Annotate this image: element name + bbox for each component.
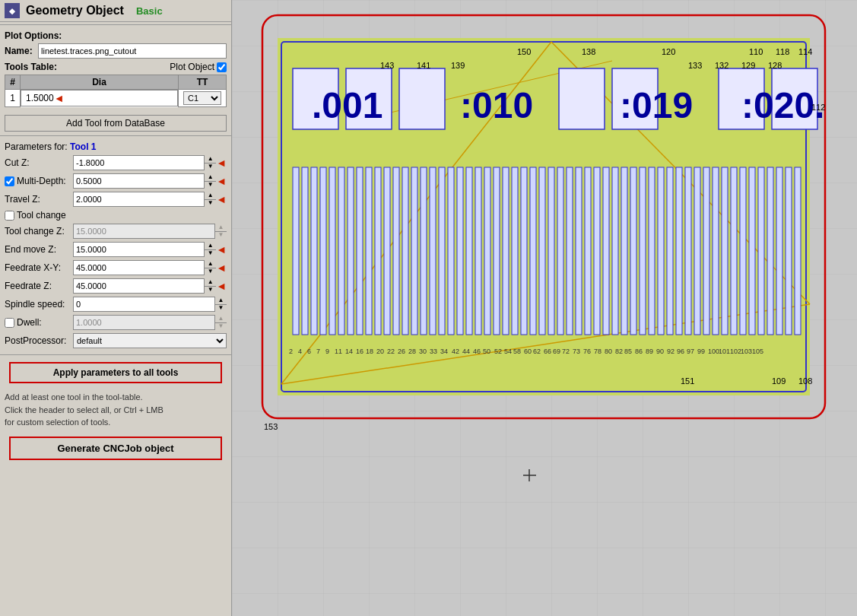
cut-z-arrow: ◄ [216, 157, 227, 169]
spindle-speed-down[interactable]: ▼ [215, 305, 227, 313]
end-move-z-down[interactable]: ▼ [205, 250, 216, 258]
svg-rect-66 [749, 167, 755, 335]
tool-change-z-row: Tool change Z: ▲ ▼ [0, 222, 231, 240]
svg-text:80: 80 [605, 348, 612, 355]
svg-rect-51 [612, 167, 618, 335]
svg-rect-43 [539, 167, 545, 335]
svg-rect-32 [439, 167, 445, 335]
svg-rect-21 [338, 167, 344, 335]
postprocessor-row: PostProcessor: default grbl mach3_mm [0, 332, 231, 350]
info-text: Add at least one tool in the tool-table.… [0, 388, 231, 432]
plot-object-checkbox[interactable] [217, 62, 227, 72]
svg-text:9: 9 [325, 348, 329, 355]
multi-depth-checkbox[interactable] [5, 176, 14, 186]
svg-text:46: 46 [473, 348, 481, 355]
svg-rect-36 [475, 167, 481, 335]
travel-z-up[interactable]: ▲ [205, 192, 216, 200]
feedrate-z-arrow: ◄ [216, 280, 227, 292]
svg-text:50: 50 [483, 348, 490, 355]
feedrate-z-up[interactable]: ▲ [205, 278, 216, 287]
travel-z-input[interactable] [73, 192, 216, 207]
svg-rect-45 [557, 167, 563, 335]
dwell-checkbox[interactable] [5, 318, 14, 328]
multi-depth-label: Multi-Depth: [5, 176, 73, 186]
dwell-up[interactable]: ▲ [215, 315, 227, 323]
feedrate-xy-spinners: ▲ ▼ [204, 260, 216, 275]
tool-change-z-up[interactable]: ▲ [215, 224, 227, 232]
cut-z-up[interactable]: ▲ [205, 155, 216, 164]
svg-text:129: 129 [741, 61, 755, 70]
svg-rect-63 [722, 167, 728, 335]
cut-z-down[interactable]: ▼ [205, 164, 216, 171]
svg-text:76: 76 [583, 348, 591, 355]
svg-rect-62 [713, 167, 719, 335]
feedrate-xy-down[interactable]: ▼ [205, 268, 216, 276]
svg-rect-49 [594, 167, 600, 335]
svg-text:90: 90 [656, 348, 664, 355]
feedrate-xy-input[interactable] [73, 260, 216, 275]
cut-z-input[interactable] [73, 155, 216, 170]
generate-cncjob-button[interactable]: Generate CNCJob object [9, 437, 222, 460]
dwell-spinners: ▲ ▼ [214, 315, 227, 330]
dwell-down[interactable]: ▼ [215, 323, 227, 331]
svg-rect-19 [320, 167, 326, 335]
svg-rect-37 [484, 167, 490, 335]
svg-text:14: 14 [345, 348, 353, 355]
svg-text:100: 100 [708, 348, 719, 355]
svg-text:143: 143 [380, 61, 394, 70]
tools-table: # Dia TT 1 1.5000 ◄ C1 [5, 75, 227, 107]
apply-parameters-button[interactable]: Apply parameters to all tools [9, 362, 222, 383]
app-icon: ◆ [5, 3, 20, 18]
name-input[interactable] [38, 43, 227, 59]
feedrate-z-input[interactable] [73, 278, 216, 294]
tool-link[interactable]: Tool 1 [70, 141, 96, 152]
svg-rect-41 [521, 167, 527, 335]
svg-text:60: 60 [524, 348, 532, 355]
plot-object-row: Plot Object [170, 62, 227, 72]
feedrate-xy-arrow: ◄ [216, 262, 227, 274]
panel-title: Geometry Object [26, 4, 124, 17]
svg-text:85: 85 [624, 348, 632, 355]
svg-text:2: 2 [289, 348, 293, 355]
spindle-speed-row: Spindle speed: ▲ ▼ [0, 295, 231, 313]
tool-change-z-input[interactable] [73, 224, 227, 239]
travel-z-spinners: ▲ ▼ [204, 192, 216, 207]
svg-rect-61 [703, 167, 709, 335]
svg-text:73: 73 [573, 348, 580, 355]
end-move-z-arrow: ◄ [216, 243, 227, 256]
postprocessor-select[interactable]: default grbl mach3_mm [73, 333, 227, 348]
end-move-z-input[interactable] [73, 242, 216, 257]
spindle-speed-up[interactable]: ▲ [215, 297, 227, 305]
tool-type-select[interactable]: C1 C2 V1 [183, 91, 221, 105]
svg-text:16: 16 [356, 348, 363, 355]
feedrate-z-down[interactable]: ▼ [205, 287, 216, 294]
svg-text:22: 22 [387, 348, 395, 355]
multi-depth-row: Multi-Depth: ▲ ▼ ◄ [0, 172, 231, 190]
svg-rect-59 [685, 167, 691, 335]
svg-rect-70 [786, 167, 792, 335]
svg-rect-55 [649, 167, 655, 335]
params-header: Parameters for: Tool 1 [0, 138, 231, 154]
tool-change-checkbox[interactable] [5, 211, 14, 221]
svg-text:7: 7 [316, 348, 320, 355]
travel-z-down[interactable]: ▼ [205, 200, 216, 208]
multi-depth-down[interactable]: ▼ [205, 182, 216, 189]
cut-z-label: Cut Z: [5, 157, 73, 168]
tool-change-z-down[interactable]: ▼ [215, 232, 227, 240]
spindle-speed-input[interactable] [73, 297, 227, 312]
svg-rect-64 [731, 167, 737, 335]
add-tool-button[interactable]: Add Tool from DataBase [5, 115, 227, 132]
svg-text:114: 114 [798, 47, 812, 56]
dwell-input[interactable] [73, 315, 227, 330]
svg-rect-33 [448, 167, 454, 335]
canvas-area: 150 143 141 139 138 120 133 132 129 128 … [232, 0, 857, 616]
feedrate-xy-up[interactable]: ▲ [205, 260, 216, 268]
multi-depth-up[interactable]: ▲ [205, 173, 216, 182]
multi-depth-input[interactable] [73, 173, 216, 189]
svg-text:141: 141 [417, 61, 430, 70]
multi-depth-input-wrap: ▲ ▼ [73, 173, 216, 189]
end-move-z-up[interactable]: ▲ [205, 242, 216, 250]
svg-rect-25 [375, 167, 381, 335]
multi-depth-arrow: ◄ [216, 175, 227, 187]
dwell-row: Dwell: ▲ ▼ [0, 313, 231, 332]
